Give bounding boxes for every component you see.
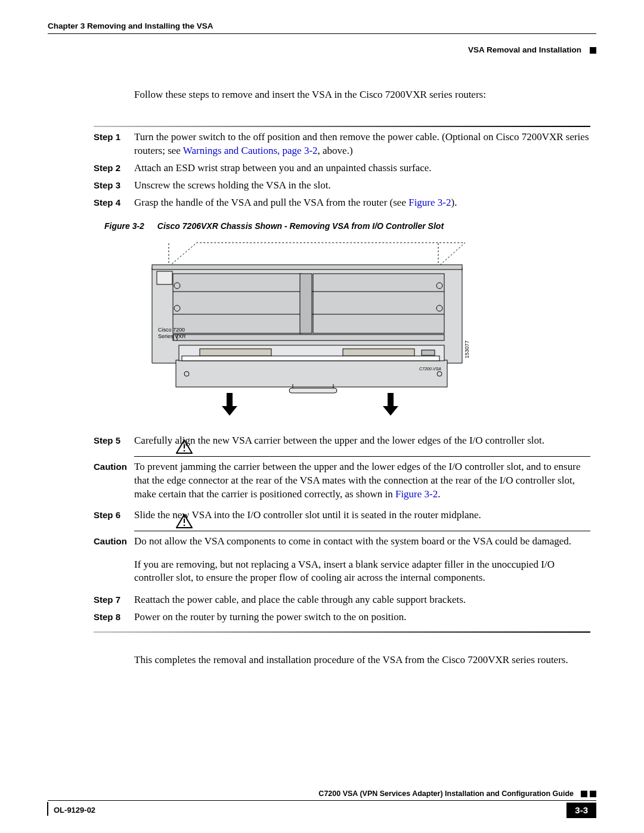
caution-label: Caution	[94, 535, 134, 549]
ol-number: OL-9129-02	[54, 805, 95, 816]
section-header: VSA Removal and Installation	[468, 45, 581, 55]
steps-bottom-rule	[94, 631, 590, 633]
caution-block-1: Caution To prevent jamming the carrier b…	[134, 460, 590, 501]
svg-rect-25	[422, 350, 435, 355]
svg-rect-24	[343, 349, 414, 356]
step-label: Step 2	[94, 162, 134, 175]
steps-top-rule	[94, 126, 590, 127]
footer-square-icon	[581, 791, 587, 797]
warnings-link[interactable]: Warnings and Cautions, page 3-2	[183, 145, 318, 156]
chassis-illustration: Cisco 7200 Series VXR	[140, 238, 474, 417]
svg-text:Cisco 7200: Cisco 7200	[158, 327, 185, 333]
text-span: To prevent jamming the carrier between t…	[134, 461, 580, 500]
step-text: Attach an ESD wrist strap between you an…	[134, 162, 590, 175]
svg-marker-0	[169, 243, 465, 267]
text-span: , above.)	[318, 145, 353, 156]
step-8: Step 8 Power on the router by turning th…	[134, 611, 590, 624]
step-text: Carefully align the new VSA carrier betw…	[134, 434, 590, 448]
footer-rule	[48, 800, 596, 801]
figure-3-2: Figure 3-2 Cisco 7206VXR Chassis Shown -…	[134, 221, 590, 421]
svg-rect-23	[200, 349, 271, 356]
figure-number: Figure 3-2	[104, 221, 144, 231]
header-square-icon	[590, 47, 596, 54]
step-label: Step 7	[94, 593, 134, 607]
caution-block-2: Caution Do not allow the VSA components …	[134, 535, 590, 549]
step-label: Step 8	[94, 611, 134, 624]
step-label: Step 5	[94, 434, 134, 448]
footer-square-icon	[590, 791, 596, 797]
text-span: Grasp the handle of the VSA and pull the…	[134, 197, 408, 208]
step-text: Grasp the handle of the VSA and pull the…	[134, 196, 590, 210]
caution-rule	[134, 456, 590, 457]
step-text: Power on the router by turning the power…	[134, 611, 590, 624]
step-5: Step 5 Carefully align the new VSA carri…	[134, 434, 590, 448]
figure-title: Cisco 7206VXR Chassis Shown - Removing V…	[157, 221, 444, 231]
step-6: Step 6 Slide the new VSA into the I/O co…	[134, 509, 590, 522]
step-label: Step 1	[94, 131, 134, 158]
svg-text:153077: 153077	[464, 340, 470, 358]
step-3: Step 3 Unscrew the screws holding the VS…	[134, 179, 590, 193]
step-7: Step 7 Reattach the power cable, and pla…	[134, 593, 590, 607]
page-footer: C7200 VSA (VPN Services Adapter) Install…	[48, 789, 596, 818]
header-rule	[48, 33, 596, 34]
step-text: Reattach the power cable, and place the …	[134, 593, 590, 607]
step-4: Step 4 Grasp the handle of the VSA and p…	[134, 196, 590, 210]
svg-text:C7200-VSA: C7200-VSA	[419, 367, 441, 371]
text-span: ).	[451, 197, 457, 208]
svg-rect-3	[152, 265, 462, 270]
svg-rect-4	[173, 274, 301, 333]
svg-text:Series VXR: Series VXR	[158, 333, 186, 339]
svg-rect-14	[300, 274, 312, 333]
step-label: Step 3	[94, 179, 134, 193]
svg-rect-21	[176, 360, 447, 387]
svg-rect-18	[157, 271, 172, 284]
step-text: Slide the new VSA into the I/O controlle…	[134, 509, 590, 522]
figure-link[interactable]: Figure 3-2	[408, 197, 451, 208]
step-label: Step 4	[94, 196, 134, 210]
footer-guide-title: C7200 VSA (VPN Services Adapter) Install…	[318, 789, 574, 799]
page-number: 3-3	[566, 803, 596, 818]
caution-icon	[176, 439, 193, 457]
svg-point-36	[184, 450, 185, 452]
svg-rect-26	[182, 356, 439, 361]
step-1: Step 1 Turn the power switch to the off …	[134, 131, 590, 158]
footer-left-tick	[47, 802, 48, 816]
svg-rect-27	[289, 388, 337, 393]
caution-text: To prevent jamming the carrier between t…	[134, 460, 590, 501]
caution-text: Do not allow the VSA components to come …	[134, 535, 590, 549]
text-span: .	[438, 488, 440, 500]
caution-icon	[176, 514, 193, 531]
step-2: Step 2 Attach an ESD wrist strap between…	[134, 162, 590, 175]
svg-rect-15	[173, 335, 444, 340]
caution-label: Caution	[94, 460, 134, 501]
step-text: Turn the power switch to the off positio…	[134, 131, 590, 158]
svg-point-39	[184, 524, 185, 526]
step-label: Step 6	[94, 509, 134, 522]
intro-paragraph: Follow these steps to remove and insert …	[134, 88, 590, 102]
caution-rule	[134, 531, 590, 531]
caution-extra-paragraph: If you are removing, but not replacing a…	[134, 558, 590, 586]
step-text: Unscrew the screws holding the VSA in th…	[134, 179, 590, 193]
figure-link[interactable]: Figure 3-2	[395, 488, 438, 500]
closing-paragraph: This completes the removal and installat…	[134, 654, 590, 667]
chapter-header: Chapter 3 Removing and Installing the VS…	[48, 21, 213, 32]
svg-rect-5	[313, 274, 444, 333]
